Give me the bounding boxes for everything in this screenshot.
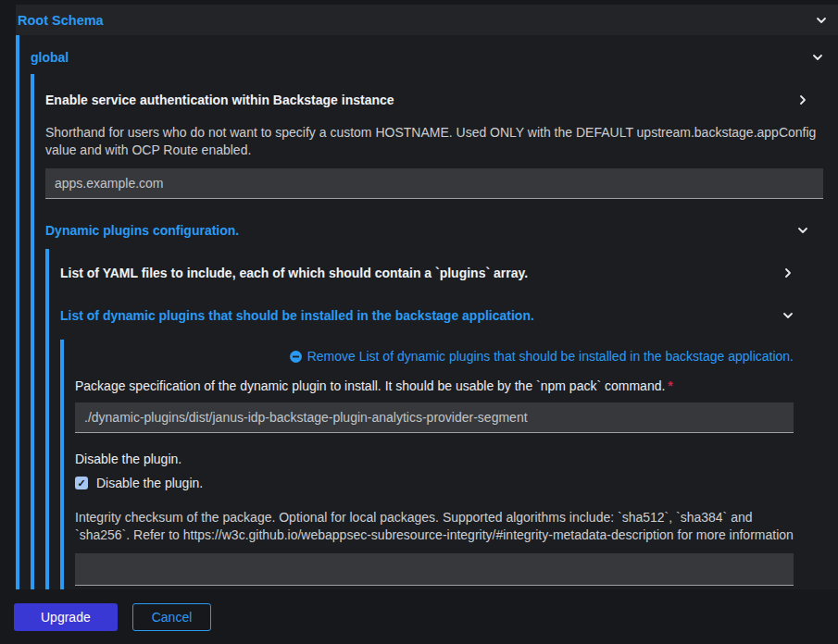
section-label-global: global xyxy=(31,50,69,65)
required-asterisk: * xyxy=(668,378,672,393)
form-content: Root Schema global Ena xyxy=(0,0,838,589)
hostname-description: Shorthand for users who do not want to s… xyxy=(45,124,823,159)
section-label-plugins-list: List of dynamic plugins that should be i… xyxy=(60,308,534,323)
remove-plugins-list-label: Remove List of dynamic plugins that shou… xyxy=(307,349,794,364)
minus-circle-icon xyxy=(290,351,302,363)
disable-plugin-checkbox-label: Disable the plugin. xyxy=(96,476,203,490)
section-toggle-yaml-files[interactable]: List of YAML files to include, each of w… xyxy=(60,258,808,288)
chevron-right-icon xyxy=(782,267,794,279)
section-toggle-dynamic-plugins[interactable]: Dynamic plugins configuration. xyxy=(45,216,823,245)
root-schema-title: Root Schema xyxy=(18,13,104,28)
section-label-enable-auth: Enable service authentication within Bac… xyxy=(45,93,394,107)
section-label-dynamic-plugins: Dynamic plugins configuration. xyxy=(45,223,239,238)
hostname-input[interactable] xyxy=(45,168,823,199)
chevron-down-icon xyxy=(782,310,794,321)
dynamic-plugins-body: List of YAML files to include, each of w… xyxy=(45,249,823,589)
package-spec-label: Package specification of the dynamic plu… xyxy=(75,378,794,393)
disable-plugin-checkbox-row[interactable]: ✓ Disable the plugin. xyxy=(75,476,794,490)
integrity-description: Integrity checksum of the package. Optio… xyxy=(75,509,794,544)
check-icon: ✓ xyxy=(77,478,85,489)
section-toggle-global[interactable]: global xyxy=(31,41,838,74)
root-schema-body: global Enable service authentication wit… xyxy=(16,35,838,589)
cancel-button[interactable]: Cancel xyxy=(132,603,212,631)
chevron-down-icon xyxy=(797,225,808,236)
form-footer: Upgrade Cancel xyxy=(0,589,838,644)
chevron-down-icon xyxy=(816,15,827,26)
section-toggle-enable-auth[interactable]: Enable service authentication within Bac… xyxy=(45,85,823,115)
schema-form-editor: Root Schema global Ena xyxy=(0,0,838,644)
package-spec-input[interactable] xyxy=(75,402,794,433)
package-spec-label-text: Package specification of the dynamic plu… xyxy=(75,378,665,393)
root-schema-toggle[interactable]: Root Schema xyxy=(16,5,838,35)
plugins-list-body: Remove List of dynamic plugins that shou… xyxy=(60,340,808,589)
disable-plugin-label: Disable the plugin. xyxy=(75,452,794,466)
section-label-yaml-files: List of YAML files to include, each of w… xyxy=(60,266,528,280)
chevron-down-icon xyxy=(812,52,823,63)
disable-plugin-checkbox[interactable]: ✓ xyxy=(75,477,88,489)
upgrade-button[interactable]: Upgrade xyxy=(14,603,118,631)
remove-plugins-list-button[interactable]: Remove List of dynamic plugins that shou… xyxy=(75,349,794,364)
chevron-right-icon xyxy=(797,94,808,105)
section-toggle-plugins-list[interactable]: List of dynamic plugins that should be i… xyxy=(60,301,808,330)
global-section-body: Enable service authentication within Bac… xyxy=(31,74,838,589)
root-schema-accordion: Root Schema global Ena xyxy=(16,5,838,589)
integrity-input[interactable] xyxy=(75,553,794,586)
